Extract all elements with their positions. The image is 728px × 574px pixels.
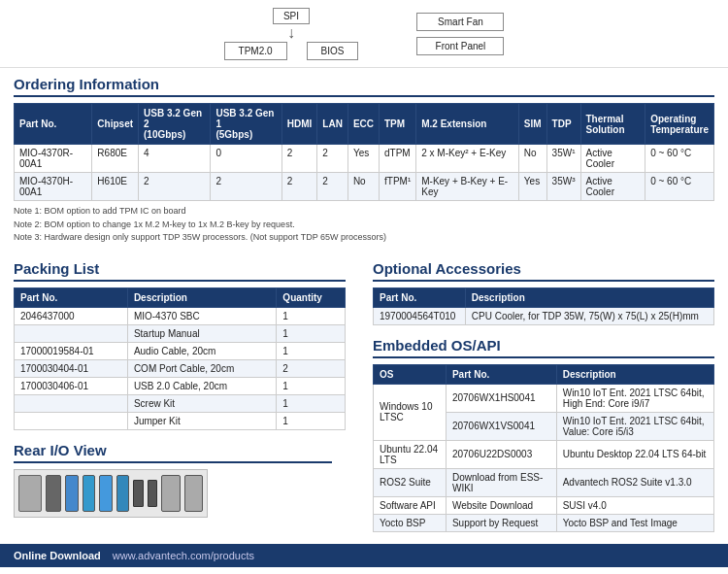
packing-cell-0-0: 2046437000: [15, 307, 128, 324]
ordering-section: Ordering Information Part No. Chipset US…: [0, 68, 728, 253]
packing-row-4: 1700030406-01USB 2.0 Cable, 20cm1: [15, 377, 346, 394]
packing-col-partno: Part No.: [15, 287, 128, 307]
os-cell-part-0-1: 20706WX1VS0041: [446, 412, 556, 440]
io-port-5: [99, 475, 113, 512]
col-thermal: ThermalSolution: [580, 104, 645, 145]
ordering-cell-1-6: No: [347, 173, 379, 201]
ordering-cell-1-8: M-Key + B-Key + E-Key: [416, 173, 519, 201]
left-col: Packing List Part No. Description Quanti…: [0, 253, 359, 540]
col-m2ext: M.2 Extension: [416, 104, 519, 145]
packing-col-qty: Quantity: [277, 287, 346, 307]
packing-row-5: Screw Kit1: [15, 394, 346, 412]
ordering-cell-1-11: Active Cooler: [580, 173, 645, 201]
os-cell-desc-1-0: Ubuntu Desktop 22.04 LTS 64-bit: [556, 440, 713, 468]
note-line: Note 1: BOM option to add TPM IC on boar…: [14, 205, 714, 219]
io-port-3: [65, 475, 79, 512]
col-tpm: TPM: [380, 104, 416, 145]
front-panel-box: Front Panel: [416, 37, 504, 55]
os-cell-part-3-0: Website Download: [446, 496, 556, 514]
os-cell-os-2: ROS2 Suite: [374, 468, 447, 496]
right-col: Optional Accessories Part No. Descriptio…: [359, 253, 728, 540]
packing-cell-2-1: Audio Cable, 20cm: [127, 342, 276, 359]
packing-cell-3-0: 1700030404-01: [15, 359, 128, 377]
optional-col-desc: Description: [465, 287, 713, 307]
io-port-7: [133, 480, 144, 507]
packing-cell-4-1: USB 2.0 Cable, 20cm: [127, 377, 276, 394]
os-table: OS Part No. Description Windows 10 LTSC2…: [373, 364, 714, 532]
ordering-cell-1-9: Yes: [518, 173, 546, 201]
os-cell-os-3: Software API: [374, 496, 447, 514]
io-port-8: [148, 480, 158, 507]
optional-row-0: 1970004564T010CPU Cooler, for TDP 35W, 7…: [374, 307, 714, 324]
smart-fan-box: Smart Fan: [416, 13, 504, 31]
ordering-cell-1-10: 35W³: [546, 173, 580, 201]
two-col-section: Packing List Part No. Description Quanti…: [0, 253, 728, 540]
io-port-2: [46, 475, 61, 512]
spi-label: SPI: [273, 8, 310, 24]
ordering-cell-0-9: No: [518, 145, 546, 173]
packing-table: Part No. Description Quantity 2046437000…: [14, 287, 346, 430]
footer-label: Online Download: [14, 550, 101, 561]
os-row-0-0: Windows 10 LTSC20706WX1HS0041Win10 IoT E…: [374, 384, 714, 412]
packing-cell-5-0: [15, 394, 128, 412]
ordering-title: Ordering Information: [14, 76, 714, 97]
os-row-4-0: Yocto BSPSupport by RequestYocto BSP and…: [374, 514, 714, 531]
packing-cell-2-2: 1: [277, 342, 346, 359]
packing-row-2: 17000019584-01Audio Cable, 20cm1: [15, 342, 346, 359]
os-col-partno: Part No.: [446, 364, 556, 384]
ordering-cell-0-11: Active Cooler: [580, 145, 645, 173]
packing-cell-1-1: Startup Manual: [127, 324, 276, 342]
os-cell-desc-0-1: Win10 IoT Ent. 2021 LTSC 64bit, Value: C…: [556, 412, 713, 440]
os-row-3-0: Software APIWebsite DownloadSUSI v4.0: [374, 496, 714, 514]
ordering-cell-0-10: 35W¹: [546, 145, 580, 173]
note-line: Note 3: Hardware design only support TDP…: [14, 231, 714, 245]
ordering-header-row: Part No. Chipset USB 3.2 Gen 2(10Gbps) U…: [15, 104, 714, 145]
rear-io-image: [14, 469, 208, 518]
tpm-box: TPM2.0: [224, 42, 287, 60]
col-tdp: TDP: [546, 104, 580, 145]
ordering-cell-0-2: 4: [139, 145, 211, 173]
ordering-cell-1-5: 2: [317, 173, 348, 201]
packing-row-6: Jumper Kit1: [15, 412, 346, 429]
packing-cell-2-0: 17000019584-01: [15, 342, 128, 359]
rear-io-section: Rear I/O View: [14, 430, 346, 525]
footer: Online Download www.advantech.com/produc…: [0, 544, 728, 567]
io-port-9: [161, 475, 180, 512]
ordering-cell-1-7: fTPM¹: [380, 173, 416, 201]
packing-cell-1-2: 1: [277, 324, 346, 342]
rear-io-title: Rear I/O View: [14, 442, 332, 463]
ordering-cell-0-0: MIO-4370R-00A1: [15, 145, 92, 173]
io-port-1: [18, 475, 42, 512]
ordering-cell-0-6: Yes: [347, 145, 379, 173]
col-hdmi: HDMI: [281, 104, 317, 145]
os-cell-desc-0-0: Win10 IoT Ent. 2021 LTSC 64bit, High End…: [556, 384, 713, 412]
os-col-desc: Description: [556, 364, 713, 384]
col-temp: OperatingTemperature: [645, 104, 714, 145]
packing-cell-4-0: 1700030406-01: [15, 377, 128, 394]
ordering-cell-0-8: 2 x M-Key² + E-Key: [416, 145, 519, 173]
packing-row-1: Startup Manual1: [15, 324, 346, 342]
packing-row-0: 2046437000MIO-4370 SBC1: [15, 307, 346, 324]
ordering-cell-1-3: 2: [211, 173, 281, 201]
packing-title: Packing List: [14, 260, 346, 282]
ordering-cell-1-0: MIO-4370H-00A1: [15, 173, 92, 201]
os-cell-desc-3-0: SUSI v4.0: [556, 496, 713, 514]
optional-header-row: Part No. Description: [374, 287, 714, 307]
os-cell-os-1: Ubuntu 22.04 LTS: [374, 440, 447, 468]
ordering-cell-0-7: dTPM: [380, 145, 416, 173]
tpm-bios-boxes: TPM2.0 BIOS: [224, 42, 359, 60]
os-row-1-0: Ubuntu 22.04 LTS20706U22DS0003Ubuntu Des…: [374, 440, 714, 468]
packing-cell-5-2: 1: [277, 394, 346, 412]
ordering-cell-1-2: 2: [139, 173, 211, 201]
col-lan: LAN: [317, 104, 348, 145]
io-port-6: [116, 475, 130, 512]
optional-title: Optional Accessories: [373, 260, 714, 282]
io-port-4: [83, 475, 96, 512]
packing-cell-6-0: [15, 412, 128, 429]
packing-cell-4-2: 1: [277, 377, 346, 394]
ordering-cell-0-1: R680E: [92, 145, 139, 173]
packing-cell-1-0: [15, 324, 128, 342]
optional-cell-0-0: 1970004564T010: [374, 307, 466, 324]
ordering-cell-1-4: 2: [281, 173, 317, 201]
top-diagram: SPI ↓ TPM2.0 BIOS Smart Fan Front Panel: [0, 0, 728, 68]
